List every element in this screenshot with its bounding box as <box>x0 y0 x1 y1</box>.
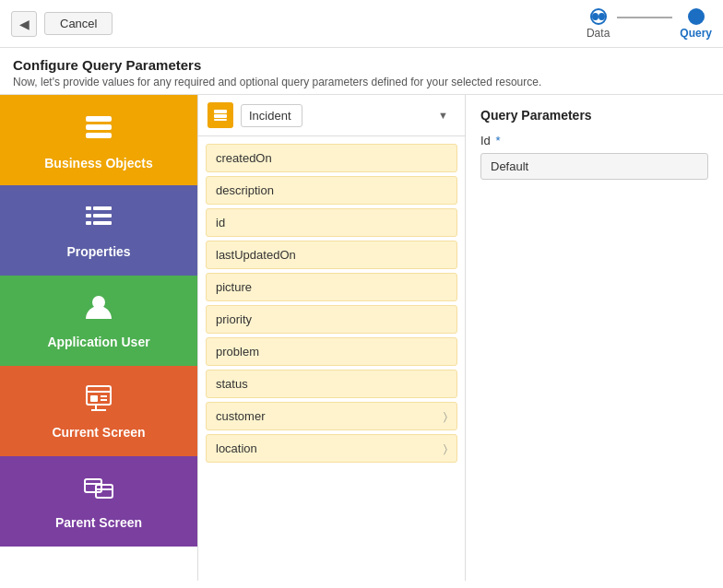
left-panel: Business Objects Properties <box>0 95 198 581</box>
left-item-business-objects[interactable]: Business Objects <box>0 95 197 185</box>
chevron-right-icon-location: 〉 <box>444 442 447 455</box>
object-dropdown[interactable]: Incident Problem Change Task <box>241 104 302 127</box>
field-label-customer: customer <box>216 409 265 423</box>
field-list: createdOn description id lastUpdatedOn p… <box>198 136 465 470</box>
svg-rect-8 <box>93 221 112 225</box>
svg-rect-21 <box>214 110 227 113</box>
stepper-data: Data <box>587 8 610 40</box>
back-button[interactable]: ◀ <box>11 11 37 37</box>
title-area: Configure Query Parameters Now, let's pr… <box>0 48 723 94</box>
stepper: Data Query <box>587 8 712 40</box>
middle-header-icon <box>207 102 233 128</box>
field-label-id: id <box>216 216 225 229</box>
svg-rect-22 <box>214 114 227 118</box>
svg-rect-5 <box>86 214 91 218</box>
dropdown-arrow-icon: ▼ <box>438 110 448 121</box>
field-label-description: description <box>216 183 274 197</box>
field-item-createdon[interactable]: createdOn <box>206 144 457 172</box>
field-label-createdon: createdOn <box>216 151 272 165</box>
svg-rect-6 <box>93 214 112 218</box>
field-item-id[interactable]: id <box>206 208 457 237</box>
left-item-label-business-objects: Business Objects <box>44 156 153 171</box>
left-item-current-screen[interactable]: Current Screen <box>0 366 197 456</box>
middle-header: Incident Problem Change Task ▼ <box>198 95 465 136</box>
svg-rect-12 <box>90 395 98 402</box>
stepper-connector <box>617 17 672 18</box>
header: ◀ Cancel Data Query <box>0 0 723 48</box>
left-item-label-current-screen: Current Screen <box>52 425 145 440</box>
left-item-label-properties: Properties <box>66 244 130 259</box>
field-label-problem: problem <box>216 345 259 359</box>
stepper-label-data: Data <box>587 27 610 40</box>
right-panel: Query Parameters Id * <box>466 95 723 581</box>
left-item-properties[interactable]: Properties <box>0 185 197 276</box>
chevron-right-icon-customer: 〉 <box>444 410 447 423</box>
field-item-customer[interactable]: customer 〉 <box>206 402 457 430</box>
main-layout: Business Objects Properties <box>0 94 723 581</box>
stepper-circle-data <box>590 8 607 25</box>
svg-rect-23 <box>214 119 227 121</box>
left-item-label-application-user: Application User <box>47 335 149 349</box>
properties-icon <box>84 203 113 239</box>
field-item-status[interactable]: status <box>206 370 457 398</box>
param-id-label: Id * <box>480 134 708 147</box>
query-params-title: Query Parameters <box>480 108 708 123</box>
field-item-lastupdatedon[interactable]: lastUpdatedOn <box>206 241 457 269</box>
field-label-priority: priority <box>216 312 252 326</box>
svg-rect-7 <box>86 221 91 225</box>
stepper-circle-query <box>688 8 705 25</box>
svg-rect-4 <box>93 206 112 210</box>
svg-rect-1 <box>86 124 112 130</box>
left-item-parent-screen[interactable]: Parent Screen <box>0 456 197 547</box>
svg-rect-3 <box>86 206 91 210</box>
param-id-input[interactable] <box>480 153 708 180</box>
svg-rect-10 <box>87 386 111 405</box>
field-item-problem[interactable]: problem <box>206 337 457 366</box>
field-label-location: location <box>216 441 257 455</box>
field-item-description[interactable]: description <box>206 176 457 205</box>
left-item-label-parent-screen: Parent Screen <box>55 515 142 530</box>
page-subtitle: Now, let's provide values for any requir… <box>13 76 710 88</box>
svg-rect-2 <box>86 133 112 138</box>
business-objects-icon <box>82 111 115 150</box>
field-item-picture[interactable]: picture <box>206 273 457 301</box>
parent-screen-icon <box>84 474 113 510</box>
svg-rect-0 <box>86 116 112 122</box>
current-screen-icon <box>84 383 113 419</box>
field-label-lastupdatedon: lastUpdatedOn <box>216 248 296 262</box>
field-label-picture: picture <box>216 280 252 294</box>
field-item-priority[interactable]: priority <box>206 305 457 334</box>
left-item-application-user[interactable]: Application User <box>0 276 197 366</box>
page-title: Configure Query Parameters <box>13 57 710 73</box>
field-item-location[interactable]: location 〉 <box>206 434 457 463</box>
application-user-icon <box>84 293 113 329</box>
field-label-status: status <box>216 377 248 391</box>
stepper-query: Query <box>680 8 712 40</box>
object-dropdown-wrapper: Incident Problem Change Task ▼ <box>241 104 456 127</box>
middle-panel: Incident Problem Change Task ▼ createdOn… <box>198 95 466 581</box>
cancel-button[interactable]: Cancel <box>44 12 113 35</box>
stepper-label-query: Query <box>680 27 712 40</box>
required-star: * <box>495 134 500 147</box>
